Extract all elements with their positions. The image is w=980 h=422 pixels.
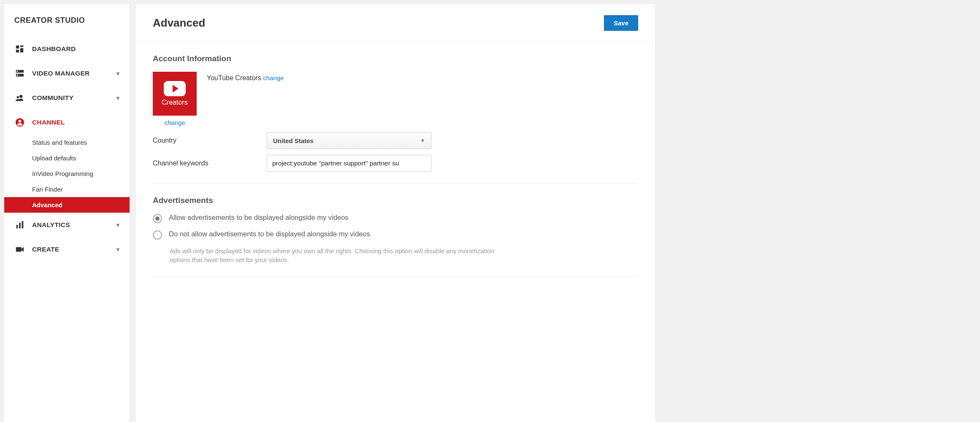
- channel-name-row: YouTube Creators change: [207, 72, 284, 82]
- chevron-down-icon: ▾: [116, 222, 119, 228]
- avatar-column: Creators change: [153, 72, 197, 126]
- caret-down-icon: ▼: [420, 138, 425, 143]
- channel-name: YouTube Creators: [207, 74, 261, 81]
- community-icon: [14, 93, 25, 103]
- section-divider: [153, 184, 638, 184]
- chevron-down-icon: ▾: [116, 70, 119, 77]
- change-name-link[interactable]: change: [263, 74, 284, 81]
- content-area: Account Information Creators change YouT…: [136, 41, 655, 301]
- svg-point-8: [19, 95, 22, 98]
- svg-rect-1: [20, 46, 23, 47]
- page-title: Advanced: [153, 16, 205, 30]
- keywords-row: Channel keywords: [153, 155, 638, 172]
- svg-rect-12: [16, 225, 18, 228]
- analytics-icon: [14, 220, 25, 230]
- section-divider: [153, 276, 638, 276]
- radio-label: Allow advertisements to be displayed alo…: [169, 214, 349, 222]
- play-icon: [164, 81, 186, 96]
- channel-avatar: Creators: [153, 72, 197, 116]
- app-root: CREATOR STUDIO DASHBOARD VIDEO MANAGER ▾…: [0, 0, 980, 422]
- right-gutter: [659, 0, 980, 422]
- sidebar-subitem-invideo[interactable]: InVideo Programming: [32, 166, 130, 181]
- svg-rect-13: [19, 223, 21, 229]
- sidebar-title: CREATOR STUDIO: [4, 16, 130, 37]
- ads-help-text: Ads will only be displayed for videos wh…: [170, 246, 499, 264]
- sidebar-item-video-manager[interactable]: VIDEO MANAGER ▾: [4, 61, 130, 86]
- sidebar-item-analytics[interactable]: ANALYTICS ▾: [4, 213, 130, 237]
- svg-point-11: [19, 120, 21, 122]
- sidebar-subitem-advanced[interactable]: Advanced: [4, 197, 130, 213]
- sidebar-item-label: CREATE: [32, 246, 116, 253]
- sidebar-item-channel[interactable]: CHANNEL: [4, 110, 130, 135]
- radio-allow-ads[interactable]: [153, 214, 162, 223]
- country-row: Country United States ▼: [153, 132, 638, 149]
- chevron-down-icon: ▾: [116, 246, 119, 253]
- svg-rect-6: [17, 71, 18, 72]
- ads-option-allow[interactable]: Allow advertisements to be displayed alo…: [153, 214, 638, 223]
- svg-point-9: [17, 96, 19, 98]
- main-content: Advanced Save Account Information Creato…: [136, 4, 655, 422]
- svg-rect-3: [16, 50, 19, 52]
- video-manager-icon: [14, 69, 25, 78]
- sidebar-item-label: CHANNEL: [32, 119, 119, 126]
- create-icon: [14, 245, 25, 254]
- keywords-label: Channel keywords: [153, 160, 267, 167]
- chevron-down-icon: ▾: [116, 95, 119, 101]
- sidebar-subitem-fan-finder[interactable]: Fan Finder: [32, 181, 130, 197]
- avatar-text: Creators: [162, 99, 187, 106]
- country-select[interactable]: United States ▼: [267, 132, 431, 149]
- sidebar: CREATOR STUDIO DASHBOARD VIDEO MANAGER ▾…: [4, 4, 130, 422]
- save-button[interactable]: Save: [604, 15, 638, 31]
- sidebar-item-label: VIDEO MANAGER: [32, 70, 116, 77]
- svg-rect-15: [16, 247, 22, 252]
- sidebar-item-dashboard[interactable]: DASHBOARD: [4, 37, 130, 61]
- country-label: Country: [153, 137, 267, 144]
- dashboard-icon: [14, 44, 25, 54]
- sidebar-item-label: COMMUNITY: [32, 94, 116, 102]
- change-avatar-link[interactable]: change: [164, 119, 185, 126]
- sidebar-item-create[interactable]: CREATE ▾: [4, 237, 130, 262]
- ads-option-disallow[interactable]: Do not allow advertisements to be displa…: [153, 230, 638, 240]
- svg-rect-0: [16, 46, 19, 49]
- country-value: United States: [273, 137, 314, 144]
- account-info-row: Creators change YouTube Creators change: [153, 72, 638, 126]
- channel-icon: [14, 118, 25, 127]
- svg-rect-7: [17, 75, 18, 76]
- page-header: Advanced Save: [136, 4, 655, 41]
- channel-keywords-input[interactable]: [267, 155, 431, 172]
- sidebar-item-label: ANALYTICS: [32, 221, 116, 229]
- account-section-title: Account Information: [153, 54, 638, 63]
- radio-disallow-ads[interactable]: [153, 230, 162, 240]
- sidebar-item-label: DASHBOARD: [32, 45, 119, 53]
- sidebar-subitem-upload-defaults[interactable]: Upload defaults: [32, 150, 130, 166]
- ads-section-title: Advertisements: [153, 196, 638, 205]
- svg-rect-2: [20, 48, 23, 52]
- radio-label: Do not allow advertisements to be displa…: [169, 230, 370, 238]
- sidebar-item-community[interactable]: COMMUNITY ▾: [4, 86, 130, 110]
- sidebar-subitem-status[interactable]: Status and features: [32, 135, 130, 150]
- svg-rect-14: [22, 221, 24, 228]
- channel-subitems: Status and features Upload defaults InVi…: [4, 135, 130, 213]
